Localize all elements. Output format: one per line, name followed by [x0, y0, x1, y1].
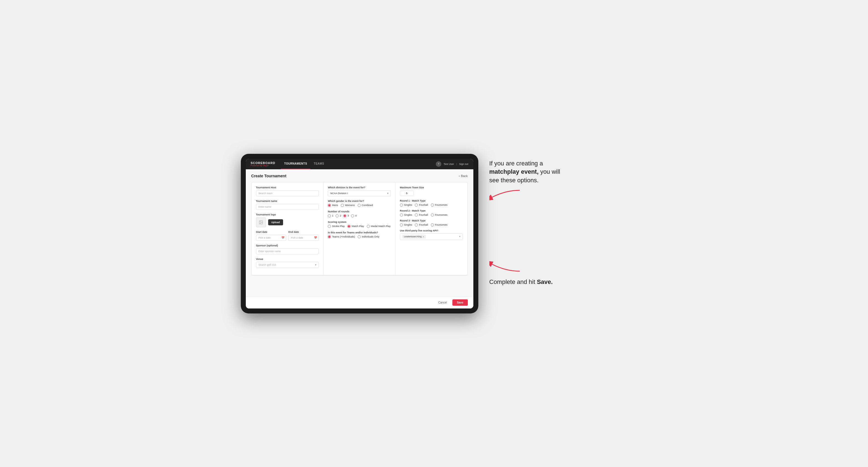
back-button[interactable]: ‹ Back	[459, 174, 468, 178]
teams-label: Is this event for Teams and/or Individua…	[328, 231, 391, 234]
venue-input[interactable]	[256, 262, 319, 268]
logo-sub: Powered by clippit	[251, 165, 275, 166]
tournament-name-input[interactable]	[256, 204, 319, 210]
logo-placeholder	[256, 217, 266, 227]
form-footer: Cancel Save	[246, 296, 473, 309]
gender-womens[interactable]: Womens	[341, 204, 354, 207]
round1-fourball[interactable]: Fourball	[415, 204, 428, 207]
nav-right: T Test User | Sign out	[436, 161, 468, 167]
tab-tournaments[interactable]: TOURNAMENTS	[281, 159, 310, 169]
round3-fourball[interactable]: Fourball	[415, 223, 428, 226]
scoring-medal-match[interactable]: Medal Match Play	[367, 225, 391, 228]
cancel-button[interactable]: Cancel	[435, 299, 450, 306]
form-col-1: Tournament Host Tournament name Tourname…	[252, 182, 324, 275]
chevron-down-icon: ▾	[459, 235, 460, 238]
page-header: Create Tournament ‹ Back	[251, 174, 468, 178]
round1-singles[interactable]: Singles	[400, 204, 412, 207]
round3-radio-group: Singles Fourball Foursomes	[400, 223, 463, 226]
tournament-logo-field: Tournament logo Upload	[256, 213, 319, 227]
venue-label: Venue	[256, 258, 319, 260]
round1-radio-group: Singles Fourball Foursomes	[400, 204, 463, 207]
division-select[interactable]: NCAA Division I	[328, 190, 391, 196]
user-avatar: T	[436, 161, 441, 167]
nav-tabs: TOURNAMENTS TEAMS	[281, 159, 328, 169]
division-field: Which division is the event for? NCAA Di…	[328, 186, 391, 196]
scoring-stroke-play[interactable]: Stroke Play	[328, 225, 345, 228]
round1-match-type: Round 1 - Match Type Singles Fourball	[400, 199, 463, 207]
svg-point-1	[260, 221, 260, 222]
individuals-only[interactable]: Individuals Only	[358, 235, 379, 238]
round2-fourball[interactable]: Fourball	[415, 214, 428, 217]
tournament-host-field: Tournament Host	[256, 186, 319, 196]
tag-close-icon[interactable]: ×	[423, 235, 424, 238]
page-title: Create Tournament	[251, 174, 286, 178]
tablet-screen: SCOREBOARD Powered by clippit TOURNAMENT…	[246, 159, 473, 309]
start-date-field: Start date 📅	[256, 230, 286, 241]
tournament-logo-label: Tournament logo	[256, 213, 319, 216]
round-2[interactable]: 2	[336, 214, 341, 217]
round1-label: Round 1 - Match Type	[400, 199, 463, 202]
max-team-size-field: Maximum Team Size	[400, 186, 463, 196]
round2-match-type: Round 2 - Match Type Singles Fourball	[400, 209, 463, 217]
main-content: Create Tournament ‹ Back Tournament Host…	[246, 169, 473, 296]
create-tournament-form: Tournament Host Tournament name Tourname…	[251, 182, 468, 275]
app-logo: SCOREBOARD Powered by clippit	[251, 161, 275, 166]
end-date-label: End date	[288, 230, 319, 234]
annotation-arrow-top	[489, 188, 523, 201]
round3-label: Round 3 - Match Type	[400, 219, 463, 222]
gender-combined[interactable]: Combined	[358, 204, 373, 207]
round2-label: Round 2 - Match Type	[400, 209, 463, 212]
form-divider	[251, 275, 468, 276]
round3-foursomes[interactable]: Foursomes	[431, 223, 447, 226]
rounds-field: Number of rounds 1 2	[328, 210, 391, 217]
gender-label: Which gender is the event for?	[328, 200, 391, 203]
form-col-3: Maximum Team Size Round 1 - Match Type S…	[396, 182, 468, 275]
sign-out-link[interactable]: Sign out	[459, 163, 468, 165]
third-party-select[interactable]: Leaderboard King × ▾	[400, 234, 463, 240]
user-name: Test User	[443, 163, 454, 165]
logo-upload-area: Upload	[256, 217, 319, 227]
gender-mens[interactable]: Mens	[328, 204, 338, 207]
annotation-top: If you are creating a matchplay event, y…	[489, 159, 627, 203]
round2-radio-group: Singles Fourball Foursomes	[400, 214, 463, 217]
start-date-label: Start date	[256, 230, 286, 234]
tournament-name-field: Tournament name	[256, 200, 319, 210]
round-1[interactable]: 1	[328, 214, 333, 217]
max-team-size-label: Maximum Team Size	[400, 186, 463, 189]
save-button[interactable]: Save	[453, 299, 468, 306]
leaderboard-king-tag: Leaderboard King ×	[402, 235, 426, 239]
scoring-radio-group: Stroke Play Match Play Medal Match Play	[328, 225, 391, 228]
scoring-label: Scoring system	[328, 221, 391, 223]
round-4[interactable]: 4	[351, 214, 356, 217]
tablet-device: SCOREBOARD Powered by clippit TOURNAMENT…	[241, 154, 478, 313]
round3-singles[interactable]: Singles	[400, 223, 412, 226]
end-date-field: End date 📅	[288, 230, 319, 241]
annotation-arrow-bottom	[489, 260, 523, 274]
tournament-name-label: Tournament name	[256, 200, 319, 203]
max-team-size-input[interactable]	[400, 191, 414, 196]
tournament-host-input[interactable]	[256, 190, 319, 196]
teams-plus-individuals[interactable]: Teams (+Individuals)	[328, 235, 355, 238]
round3-match-type: Round 3 - Match Type Singles Fourball	[400, 219, 463, 226]
upload-button[interactable]: Upload	[268, 219, 283, 225]
gender-radio-group: Mens Womens Combined	[328, 204, 391, 207]
venue-field: Venue	[256, 258, 319, 268]
date-fields: Start date 📅 End date 📅	[256, 230, 319, 244]
third-party-field: Use third-party live scoring API? Leader…	[400, 229, 463, 240]
round2-foursomes[interactable]: Foursomes	[431, 214, 447, 217]
gender-field: Which gender is the event for? Mens Wome…	[328, 200, 391, 207]
logo-main: SCOREBOARD	[251, 161, 275, 165]
rounds-label: Number of rounds	[328, 210, 391, 213]
tab-teams[interactable]: TEAMS	[310, 159, 328, 169]
nav-bar: SCOREBOARD Powered by clippit TOURNAMENT…	[246, 159, 473, 169]
round1-foursomes[interactable]: Foursomes	[431, 204, 447, 207]
teams-field: Is this event for Teams and/or Individua…	[328, 231, 391, 238]
round2-singles[interactable]: Singles	[400, 214, 412, 217]
sponsor-label: Sponsor (optional)	[256, 244, 319, 247]
third-party-label: Use third-party live scoring API?	[400, 229, 463, 232]
scoring-field: Scoring system Stroke Play Match Play	[328, 221, 391, 228]
round-3[interactable]: 3	[343, 214, 349, 217]
sponsor-field: Sponsor (optional)	[256, 244, 319, 254]
scoring-match-play[interactable]: Match Play	[347, 225, 364, 228]
sponsor-input[interactable]	[256, 248, 319, 254]
